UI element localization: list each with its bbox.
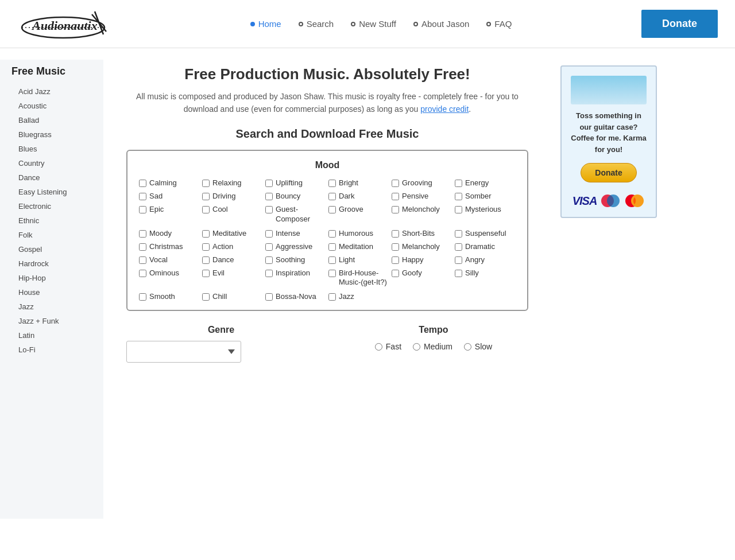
- mood-short-bits-checkbox[interactable]: [392, 230, 399, 238]
- mood-epic-checkbox[interactable]: [139, 206, 146, 213]
- mood-happy-checkbox[interactable]: [392, 256, 399, 264]
- mood-evil-checkbox[interactable]: [202, 270, 210, 277]
- mood-relaxing[interactable]: Relaxing: [202, 178, 263, 187]
- mood-silly[interactable]: Silly: [455, 269, 516, 288]
- mood-groove[interactable]: Groove: [328, 205, 389, 224]
- donate-oval-button[interactable]: Donate: [581, 163, 636, 182]
- mood-mysterious[interactable]: Mysterious: [455, 205, 516, 224]
- genre-select[interactable]: Acid Jazz Acoustic Ballad Bluegrass Blue…: [126, 341, 241, 363]
- sidebar-item-gospel[interactable]: Gospel: [11, 242, 92, 256]
- mood-relaxing-checkbox[interactable]: [202, 180, 210, 187]
- mood-somber-checkbox[interactable]: [455, 193, 462, 200]
- tempo-fast[interactable]: Fast: [375, 342, 401, 351]
- mood-intense[interactable]: Intense: [265, 229, 326, 238]
- sidebar-item-acid-jazz[interactable]: Acid Jazz: [11, 84, 92, 99]
- mood-somber[interactable]: Somber: [455, 192, 516, 200]
- mood-energy-checkbox[interactable]: [455, 180, 462, 187]
- sidebar-item-ballad[interactable]: Ballad: [11, 113, 92, 127]
- mood-smooth[interactable]: Smooth: [139, 292, 200, 301]
- mood-christmas-checkbox[interactable]: [139, 243, 146, 251]
- mood-uplifting[interactable]: Uplifting: [265, 178, 326, 187]
- sidebar-item-acoustic[interactable]: Acoustic: [11, 99, 92, 113]
- mood-mysterious-checkbox[interactable]: [455, 206, 462, 213]
- mood-meloncholy-checkbox[interactable]: [392, 206, 399, 213]
- mood-happy[interactable]: Happy: [392, 255, 452, 264]
- mood-evil[interactable]: Evil: [202, 269, 263, 288]
- mood-suspenseful-checkbox[interactable]: [455, 230, 462, 238]
- sidebar-item-hip-hop[interactable]: Hip-Hop: [11, 271, 92, 285]
- mood-dance-checkbox[interactable]: [202, 256, 210, 264]
- mood-dramatic-checkbox[interactable]: [455, 243, 462, 251]
- mood-groove-checkbox[interactable]: [328, 206, 336, 213]
- sidebar-item-bluegrass[interactable]: Bluegrass: [11, 127, 92, 142]
- mood-bossa-nova[interactable]: Bossa-Nova: [265, 292, 326, 301]
- mood-meditative[interactable]: Meditative: [202, 229, 263, 238]
- mood-angry-checkbox[interactable]: [455, 256, 462, 264]
- sidebar-item-blues[interactable]: Blues: [11, 142, 92, 156]
- mood-aggressive-checkbox[interactable]: [265, 243, 273, 251]
- mood-bossa-nova-checkbox[interactable]: [265, 293, 273, 301]
- sidebar-item-jazz[interactable]: Jazz: [11, 300, 92, 314]
- mood-moody-checkbox[interactable]: [139, 230, 146, 238]
- mood-intense-checkbox[interactable]: [265, 230, 273, 238]
- nav-faq[interactable]: FAQ: [486, 19, 512, 29]
- sidebar-item-folk[interactable]: Folk: [11, 228, 92, 242]
- mood-moody[interactable]: Moody: [139, 229, 200, 238]
- mood-pensive[interactable]: Pensive: [392, 192, 452, 200]
- sidebar-item-electronic[interactable]: Electronic: [11, 199, 92, 213]
- mood-goofy-checkbox[interactable]: [392, 270, 399, 277]
- sidebar-item-house[interactable]: House: [11, 285, 92, 300]
- mood-guest-composer-checkbox[interactable]: [265, 206, 273, 213]
- mood-aggressive[interactable]: Aggressive: [265, 242, 326, 251]
- mood-uplifting-checkbox[interactable]: [265, 180, 273, 187]
- mood-smooth-checkbox[interactable]: [139, 293, 146, 301]
- mood-sad-checkbox[interactable]: [139, 193, 146, 200]
- sidebar-item-lo-fi[interactable]: Lo-Fi: [11, 343, 92, 357]
- mood-jazz[interactable]: Jazz: [328, 292, 389, 301]
- mood-silly-checkbox[interactable]: [455, 270, 462, 277]
- mood-sad[interactable]: Sad: [139, 192, 200, 200]
- mood-dark[interactable]: Dark: [328, 192, 389, 200]
- mood-light[interactable]: Light: [328, 255, 389, 264]
- tempo-slow-radio[interactable]: [464, 343, 471, 351]
- mood-grooving[interactable]: Grooving: [392, 178, 452, 187]
- mood-bouncy-checkbox[interactable]: [265, 193, 273, 200]
- sidebar-item-hardrock[interactable]: Hardrock: [11, 256, 92, 271]
- mood-short-bits[interactable]: Short-Bits: [392, 229, 452, 238]
- mood-grooving-checkbox[interactable]: [392, 180, 399, 187]
- mood-ominous[interactable]: Ominous: [139, 269, 200, 288]
- mood-dance[interactable]: Dance: [202, 255, 263, 264]
- mood-action[interactable]: Action: [202, 242, 263, 251]
- tempo-medium[interactable]: Medium: [413, 342, 452, 351]
- sidebar-item-latin[interactable]: Latin: [11, 328, 92, 343]
- mood-calming[interactable]: Calming: [139, 178, 200, 187]
- mood-christmas[interactable]: Christmas: [139, 242, 200, 251]
- mood-bird-house-checkbox[interactable]: [328, 270, 336, 277]
- mood-humorous[interactable]: Humorous: [328, 229, 389, 238]
- mood-dramatic[interactable]: Dramatic: [455, 242, 516, 251]
- mood-light-checkbox[interactable]: [328, 256, 336, 264]
- sidebar-item-dance[interactable]: Dance: [11, 170, 92, 185]
- mood-angry[interactable]: Angry: [455, 255, 516, 264]
- mood-bouncy[interactable]: Bouncy: [265, 192, 326, 200]
- tempo-fast-radio[interactable]: [375, 343, 382, 351]
- nav-new-stuff[interactable]: New Stuff: [351, 19, 396, 29]
- logo[interactable]: Audionautix: [17, 6, 121, 42]
- sidebar-item-jazz-funk[interactable]: Jazz + Funk: [11, 314, 92, 328]
- mood-melancholy-checkbox[interactable]: [392, 243, 399, 251]
- nav-home[interactable]: Home: [250, 19, 281, 29]
- mood-chill-checkbox[interactable]: [202, 293, 210, 301]
- mood-driving-checkbox[interactable]: [202, 193, 210, 200]
- tempo-medium-radio[interactable]: [413, 343, 420, 351]
- header-donate-button[interactable]: Donate: [641, 10, 718, 38]
- mood-pensive-checkbox[interactable]: [392, 193, 399, 200]
- mood-soothing-checkbox[interactable]: [265, 256, 273, 264]
- mood-meditative-checkbox[interactable]: [202, 230, 210, 238]
- mood-cool[interactable]: Cool: [202, 205, 263, 224]
- mood-soothing[interactable]: Soothing: [265, 255, 326, 264]
- nav-search[interactable]: Search: [299, 19, 334, 29]
- mood-calming-checkbox[interactable]: [139, 180, 146, 187]
- mood-dark-checkbox[interactable]: [328, 193, 336, 200]
- sidebar-item-easy-listening[interactable]: Easy Listening: [11, 185, 92, 199]
- mood-inspiration-checkbox[interactable]: [265, 270, 273, 277]
